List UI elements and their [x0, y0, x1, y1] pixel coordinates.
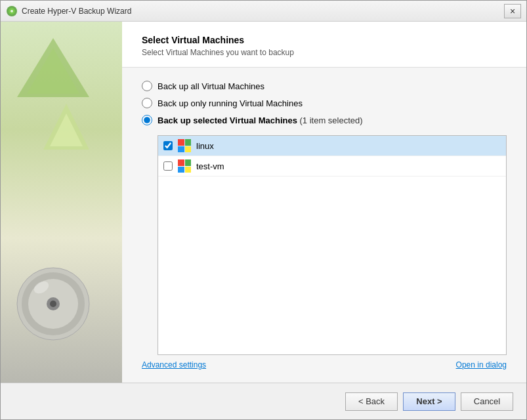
page-body: Back up all Virtual Machines Back up onl… — [122, 68, 526, 383]
decorative-arrow — [40, 100, 93, 153]
window-title: Create Hyper-V Backup Wizard — [22, 7, 504, 16]
footer-links: Advanced settings Open in dialog — [142, 360, 507, 369]
radio-running-vms[interactable]: Back up only running Virtual Machines — [142, 98, 507, 108]
list-item[interactable]: linux — [158, 136, 506, 156]
radio-selected-vms-input[interactable] — [142, 115, 152, 125]
vm-list: linux test-vm — [158, 135, 507, 355]
windows-logo-icon — [178, 139, 191, 152]
main-panel: Select Virtual Machines Select Virtual M… — [122, 22, 526, 383]
page-header: Select Virtual Machines Select Virtual M… — [122, 22, 526, 68]
advanced-settings-link[interactable]: Advanced settings — [142, 360, 206, 369]
radio-selected-vms-label: Back up selected Virtual Machines (1 ite… — [158, 116, 363, 125]
back-button[interactable]: < Back — [345, 392, 398, 411]
radio-all-vms-input[interactable] — [142, 81, 152, 91]
content-area: Select Virtual Machines Select Virtual M… — [1, 22, 526, 383]
bottom-bar: < Back Next > Cancel — [1, 383, 526, 419]
radio-running-vms-label: Back up only running Virtual Machines — [158, 98, 303, 108]
vm-checkbox-linux[interactable] — [163, 141, 173, 150]
radio-all-vms[interactable]: Back up all Virtual Machines — [142, 81, 507, 91]
radio-selected-vms[interactable]: Back up selected Virtual Machines (1 ite… — [142, 115, 507, 125]
list-item[interactable]: test-vm — [158, 156, 506, 177]
vm-name-test-vm: test-vm — [196, 161, 224, 171]
title-bar: Create Hyper-V Backup Wizard × — [1, 1, 526, 22]
wizard-window: Create Hyper-V Backup Wizard × — [0, 0, 527, 420]
sidebar — [1, 22, 122, 383]
open-in-dialog-link[interactable]: Open in dialog — [456, 360, 507, 369]
radio-running-vms-input[interactable] — [142, 98, 152, 108]
windows-logo-icon — [178, 159, 191, 173]
vm-checkbox-test-vm[interactable] — [163, 161, 173, 171]
svg-point-11 — [50, 301, 56, 307]
backup-option-group: Back up all Virtual Machines Back up onl… — [142, 81, 507, 125]
page-subtitle: Select Virtual Machines you want to back… — [142, 48, 507, 57]
next-button[interactable]: Next > — [403, 392, 455, 411]
svg-point-2 — [11, 10, 13, 12]
disc-icon — [14, 264, 93, 343]
app-icon — [6, 5, 18, 17]
radio-all-vms-label: Back up all Virtual Machines — [158, 81, 264, 91]
page-title: Select Virtual Machines — [142, 35, 507, 45]
vm-name-linux: linux — [196, 141, 214, 151]
cancel-button[interactable]: Cancel — [461, 392, 513, 411]
close-button[interactable]: × — [504, 4, 521, 18]
